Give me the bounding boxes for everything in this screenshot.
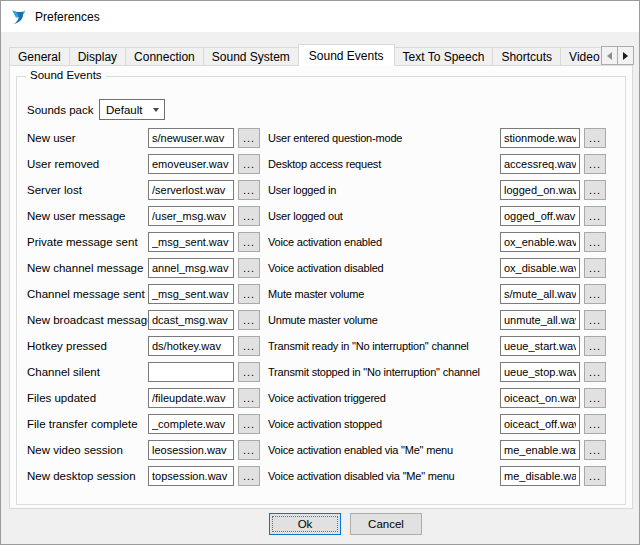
cancel-button[interactable]: Cancel bbox=[350, 513, 422, 535]
browse-button[interactable]: ... bbox=[584, 258, 606, 278]
sound-event-row: Channel message sent ... Mute master vol… bbox=[27, 281, 606, 307]
sound-event-row: Files updated ... Voice activation trigg… bbox=[27, 385, 606, 411]
event-label: Voice activation stopped bbox=[268, 418, 500, 430]
tab-scroll-left-button[interactable] bbox=[601, 46, 618, 65]
event-label: File transfer complete bbox=[27, 418, 148, 430]
sound-file-input[interactable] bbox=[148, 258, 234, 278]
event-label: New channel message bbox=[27, 262, 148, 274]
browse-button[interactable]: ... bbox=[238, 128, 260, 148]
sound-file-input[interactable] bbox=[148, 414, 234, 434]
sound-event-row: New user message ... User logged out ... bbox=[27, 203, 606, 229]
chevron-down-icon bbox=[153, 108, 159, 112]
event-label: New desktop session bbox=[27, 470, 148, 482]
sound-file-input[interactable] bbox=[148, 232, 234, 252]
event-label: Voice activation enabled bbox=[268, 236, 500, 248]
browse-button[interactable]: ... bbox=[238, 154, 260, 174]
sound-file-input[interactable] bbox=[500, 336, 580, 356]
sound-event-row: File transfer complete ... Voice activat… bbox=[27, 411, 606, 437]
ok-button[interactable]: Ok bbox=[269, 513, 341, 535]
event-label: Voice activation enabled via "Me" menu bbox=[268, 444, 500, 456]
arrow-right-icon bbox=[623, 52, 628, 60]
event-label: Mute master volume bbox=[268, 288, 500, 300]
tab-sound-events[interactable]: Sound Events bbox=[298, 44, 395, 66]
event-label: Hotkey pressed bbox=[27, 340, 148, 352]
browse-button[interactable]: ... bbox=[584, 362, 606, 382]
sound-file-input[interactable] bbox=[500, 440, 580, 460]
browse-button[interactable]: ... bbox=[584, 206, 606, 226]
sound-file-input[interactable] bbox=[500, 466, 580, 486]
sound-file-input[interactable] bbox=[500, 232, 580, 252]
browse-button[interactable]: ... bbox=[238, 258, 260, 278]
sound-file-input[interactable] bbox=[500, 128, 580, 148]
browse-button[interactable]: ... bbox=[238, 310, 260, 330]
browse-button[interactable]: ... bbox=[238, 180, 260, 200]
event-label: Unmute master volume bbox=[268, 314, 500, 326]
tab-sound-system[interactable]: Sound System bbox=[203, 47, 299, 66]
tab-shortcuts[interactable]: Shortcuts bbox=[492, 47, 561, 66]
sound-event-rows: New user ... User entered question-mode … bbox=[27, 125, 606, 489]
browse-button[interactable]: ... bbox=[584, 232, 606, 252]
sound-file-input[interactable] bbox=[500, 180, 580, 200]
sound-file-input[interactable] bbox=[500, 258, 580, 278]
browse-button[interactable]: ... bbox=[238, 284, 260, 304]
sound-file-input[interactable] bbox=[148, 310, 234, 330]
sound-file-input[interactable] bbox=[148, 128, 234, 148]
tab-text-to-speech[interactable]: Text To Speech bbox=[394, 47, 494, 66]
sound-event-row: Private message sent ... Voice activatio… bbox=[27, 229, 606, 255]
sound-file-input[interactable] bbox=[148, 284, 234, 304]
sound-file-input[interactable] bbox=[148, 466, 234, 486]
sound-file-input[interactable] bbox=[148, 336, 234, 356]
sound-file-input[interactable] bbox=[500, 154, 580, 174]
sound-event-row: New user ... User entered question-mode … bbox=[27, 125, 606, 151]
browse-button[interactable]: ... bbox=[238, 206, 260, 226]
browse-button[interactable]: ... bbox=[584, 336, 606, 356]
browse-button[interactable]: ... bbox=[584, 180, 606, 200]
titlebar[interactable]: Preferences bbox=[1, 1, 639, 32]
preferences-window: Preferences General Display Connection S… bbox=[0, 0, 640, 545]
browse-button[interactable]: ... bbox=[238, 440, 260, 460]
sound-event-row: Hotkey pressed ... Transmit ready in "No… bbox=[27, 333, 606, 359]
sound-file-input[interactable] bbox=[148, 440, 234, 460]
event-label: Voice activation disabled via "Me" menu bbox=[268, 470, 500, 482]
sound-file-input[interactable] bbox=[148, 388, 234, 408]
browse-button[interactable]: ... bbox=[238, 336, 260, 356]
sounds-pack-select[interactable]: Default bbox=[99, 99, 165, 120]
sound-file-input[interactable] bbox=[500, 414, 580, 434]
browse-button[interactable]: ... bbox=[584, 284, 606, 304]
tab-display[interactable]: Display bbox=[69, 47, 126, 66]
browse-button[interactable]: ... bbox=[584, 154, 606, 174]
event-label: Channel silent bbox=[27, 366, 148, 378]
window-title: Preferences bbox=[35, 10, 100, 24]
event-label: Transmit stopped in "No interruption" ch… bbox=[268, 366, 500, 378]
browse-button[interactable]: ... bbox=[584, 310, 606, 330]
browse-button[interactable]: ... bbox=[584, 128, 606, 148]
event-label: User entered question-mode bbox=[268, 132, 500, 144]
browse-button[interactable]: ... bbox=[584, 388, 606, 408]
browse-button[interactable]: ... bbox=[238, 414, 260, 434]
event-label: Files updated bbox=[27, 392, 148, 404]
tab-connection[interactable]: Connection bbox=[125, 47, 204, 66]
tab-scroll-right-button[interactable] bbox=[617, 46, 634, 65]
browse-button[interactable]: ... bbox=[238, 362, 260, 382]
sound-file-input[interactable] bbox=[148, 154, 234, 174]
sound-file-input[interactable] bbox=[500, 284, 580, 304]
sounds-pack-value: Default bbox=[106, 104, 142, 116]
sound-file-input[interactable] bbox=[148, 180, 234, 200]
tab-general[interactable]: General bbox=[9, 47, 70, 66]
sound-file-input[interactable] bbox=[148, 206, 234, 226]
browse-button[interactable]: ... bbox=[584, 414, 606, 434]
sound-file-input[interactable] bbox=[500, 206, 580, 226]
browse-button[interactable]: ... bbox=[238, 232, 260, 252]
sound-file-input[interactable] bbox=[500, 362, 580, 382]
browse-button[interactable]: ... bbox=[584, 440, 606, 460]
sound-file-input[interactable] bbox=[500, 388, 580, 408]
sound-file-input[interactable] bbox=[500, 310, 580, 330]
sounds-pack-label: Sounds pack bbox=[27, 104, 94, 116]
browse-button[interactable]: ... bbox=[238, 466, 260, 486]
browse-button[interactable]: ... bbox=[584, 466, 606, 486]
browse-button[interactable]: ... bbox=[238, 388, 260, 408]
sound-file-input[interactable] bbox=[148, 362, 234, 382]
event-label: User logged out bbox=[268, 210, 500, 222]
sound-event-row: Server lost ... User logged in ... bbox=[27, 177, 606, 203]
event-label: Voice activation triggered bbox=[268, 392, 500, 404]
